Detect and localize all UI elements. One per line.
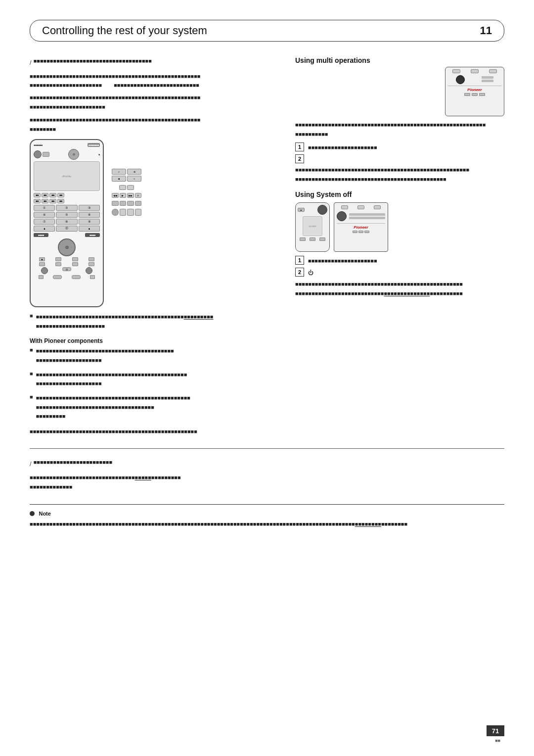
note-text: ■■■■■■■■■■■■■■■■■■■■■■■■■■■■■■■■■■■■■■■■… <box>30 520 504 529</box>
transport-controls-area: + ⊕ ■ + ◀◀ ▶ ▶▶ ⊙ <box>112 169 141 216</box>
page-title: Controlling the rest of your system <box>42 24 207 37</box>
header-bar: Controlling the rest of your system 11 <box>30 20 504 42</box>
caption-text-2: ■■■■■■■■■■■■■■■■■■■■■■■■ <box>34 458 112 467</box>
receiver-mini: Pioneer <box>334 202 388 252</box>
footer-paragraph: ■■■■■■■■■■■■■■■■■■■■■■■■■■■■■■■■■■■■■■■■… <box>30 427 285 436</box>
page: Controlling the rest of your system 11 /… <box>0 0 534 756</box>
note-dot-icon <box>30 511 35 516</box>
chapter-number: 11 <box>480 24 492 37</box>
sys-off-step-1: 1 ■■■■■■■■■■■■■■■■■■■■■ <box>295 256 504 266</box>
step-1-box: 1 <box>295 142 304 151</box>
bullet-1: ■ ■■■■■■■■■■■■■■■■■■■■■■■■■■■■■■■■■■■■■■… <box>30 312 285 333</box>
left-column: / ■■■■■■■■■■■■■■■■■■■■■■■■■■■■■■■■■■■■ ■… <box>30 56 285 439</box>
intro-paragraph-2: ■■■■■■■■■■■■■■■■■■■■■■■■■■■■■■■■■■■■■■■■… <box>30 93 285 111</box>
step-1-text: ■■■■■■■■■■■■■■■■■■■■■ <box>308 144 377 150</box>
sys-off-step-2-text: ■■■■■■■■■■■■■■■■■■■■■■■■■■■■■■■■■■■■■■■■… <box>295 280 504 298</box>
sys-off-step-2-box: 2 <box>295 268 304 277</box>
page-label-small: ■■ <box>495 738 500 743</box>
section-divider <box>30 448 504 449</box>
system-off-title: Using System off <box>295 190 504 198</box>
intro-paragraph-3: ■■■■■■■■■■■■■■■■■■■■■■■■■■■■■■■■■■■■■■■■… <box>30 115 285 134</box>
sys-off-step-2-label: ⏻ <box>308 270 313 276</box>
multi-ops-text-top: ■■■■■■■■■■■■■■■■■■■■■■■■■■■■■■■■■■■■■■■■… <box>295 120 504 139</box>
bottom-para-1: ■■■■■■■■■■■■■■■■■■■■■■■■■■■■■■■■■■■■■■■■… <box>30 473 316 491</box>
note-label: Note <box>39 511 50 517</box>
bottom-left: / ■■■■■■■■■■■■■■■■■■■■■■■■ ■■■■■■■■■■■■■… <box>30 458 316 494</box>
step-1-row: 1 ■■■■■■■■■■■■■■■■■■■■■ <box>295 142 504 152</box>
remote-screen: display <box>34 161 100 191</box>
caption-slash-1: / <box>30 59 32 66</box>
page-number-bottom: 71 <box>487 725 504 736</box>
step-2-row: 2 <box>295 154 504 163</box>
with-pioneer-label: With Pioneer components <box>30 337 285 344</box>
bottom-right <box>326 458 504 494</box>
bullet-pioneer-3: ■ ■■■■■■■■■■■■■■■■■■■■■■■■■■■■■■■■■■■■■■… <box>30 393 285 424</box>
main-content: / ■■■■■■■■■■■■■■■■■■■■■■■■■■■■■■■■■■■■ ■… <box>30 56 504 439</box>
remote-image-area: ■■■■■■ ■■■■■■■ ⊙ ■ display <box>30 139 285 307</box>
system-off-devices: ■ screen <box>295 202 504 252</box>
bullet-pioneer-2: ■ ■■■■■■■■■■■■■■■■■■■■■■■■■■■■■■■■■■■■■■… <box>30 370 285 391</box>
remote-control-large: ■■■■■■ ■■■■■■■ ⊙ ■ display <box>30 139 104 307</box>
bullet-pioneer-1: ■ ■■■■■■■■■■■■■■■■■■■■■■■■■■■■■■■■■■■■■■… <box>30 346 285 368</box>
bottom-section: / ■■■■■■■■■■■■■■■■■■■■■■■■ ■■■■■■■■■■■■■… <box>30 458 504 494</box>
caption-slash-2: / <box>30 460 32 468</box>
mini-remote-1: ■ screen <box>295 202 330 252</box>
sys-off-step-1-text: ■■■■■■■■■■■■■■■■■■■■■ <box>308 258 377 264</box>
step-2-box: 2 <box>295 154 304 163</box>
multi-ops-title: Using multi operations <box>295 56 504 64</box>
pioneer-logo-top: Pioneer <box>447 88 502 92</box>
note-section: Note ■■■■■■■■■■■■■■■■■■■■■■■■■■■■■■■■■■■… <box>30 504 504 529</box>
multi-ops-step2-text: ■■■■■■■■■■■■■■■■■■■■■■■■■■■■■■■■■■■■■■■■… <box>295 165 504 184</box>
pioneer-logo-bottom: Pioneer <box>337 225 385 230</box>
sys-off-step-1-box: 1 <box>295 256 304 265</box>
receiver-image-top: Pioneer <box>445 67 504 116</box>
caption-text-1: ■■■■■■■■■■■■■■■■■■■■■■■■■■■■■■■■■■■■ <box>34 56 152 66</box>
sys-off-step-2: 2 ⏻ <box>295 268 504 278</box>
right-column: Using multi operations <box>295 56 504 439</box>
intro-paragraph-1: ■■■■■■■■■■■■■■■■■■■■■■■■■■■■■■■■■■■■■■■■… <box>30 72 285 90</box>
